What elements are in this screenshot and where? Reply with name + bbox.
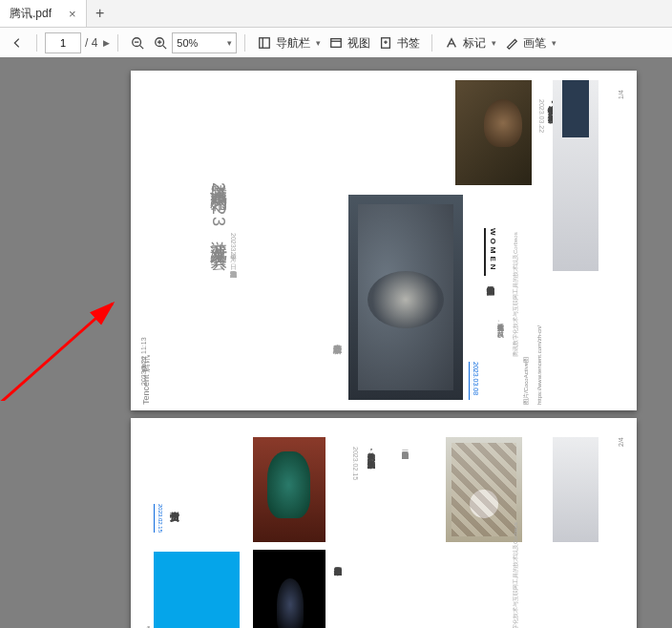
tag-title: 贵州女孩 — [167, 504, 180, 542]
mark-label: 标记 — [463, 35, 486, 52]
caption-2-sub: 主要体现在政策支持、科技以及 — [495, 319, 505, 400]
close-tab-icon[interactable]: × — [69, 7, 76, 21]
chevron-down-icon: ▾ — [552, 38, 556, 48]
pdf-page-1: Tencent 腾讯 2023/3/22 11:13 腾讯游戏亮相2023游戏开… — [131, 71, 637, 410]
bookmark-button[interactable]: 书签 — [374, 33, 424, 53]
pen-label: 画笔 — [523, 35, 546, 52]
chevron-left-icon — [10, 35, 25, 51]
caption-3: 腾讯的未来，腾讯数码娱乐以及文创 — [364, 447, 375, 552]
corner-note: 腾讯数字化技术与互联网工具的技术以及Corbeos — [512, 232, 520, 357]
corner-note-2: 腾讯数字化技术与互联网工具的技术以及Corbeos — [512, 522, 520, 628]
view-button[interactable]: 视图 — [325, 33, 374, 53]
zoom-out-icon — [130, 35, 145, 51]
caption-2: 腾讯女性领袖应邀科技她力量 — [484, 281, 494, 400]
tab-bar: 腾讯.pdf × + — [0, 0, 672, 28]
caption-3-sub: 广州市越秀区腾讯不同类型文件自动部署之一对于产品打造文件 — [381, 447, 410, 556]
nav-label: 导航栏 — [276, 35, 310, 52]
women-tag: WOMEN — [484, 228, 497, 276]
zoom-value: 50% — [177, 37, 198, 49]
document-viewport[interactable]: Tencent 腾讯 2023/3/22 11:13 腾讯游戏亮相2023游戏开… — [0, 57, 672, 628]
image-group — [446, 437, 522, 542]
bookmark-label: 书签 — [397, 35, 420, 52]
highlighter-icon — [444, 35, 459, 51]
chevron-down-icon: ▾ — [316, 38, 321, 48]
pen-icon — [504, 35, 519, 51]
sidebar-icon — [257, 35, 272, 51]
hero-title: 腾讯游戏亮相2023游戏开发者大会 — [207, 171, 230, 390]
footer-url: https://www.tencent.com/zh-cn/ — [536, 325, 542, 405]
mark-button[interactable]: 标记 ▾ — [440, 33, 500, 53]
caption-4: 腾讯大七七七系列的格局发布 — [331, 561, 342, 628]
svg-line-4 — [163, 46, 167, 50]
zoom-out-button[interactable] — [126, 33, 149, 52]
footer-credit: 图片/CocoActive图 — [522, 357, 531, 405]
chevron-right-small-icon[interactable]: ▶ — [103, 38, 110, 48]
svg-rect-9 — [331, 39, 342, 48]
chevron-down-icon: ▾ — [492, 38, 496, 48]
zoom-select[interactable]: 50% ▾ — [172, 32, 237, 53]
zoom-in-button[interactable] — [149, 33, 172, 52]
image-people — [348, 195, 463, 400]
section-label: 最新动态 — [331, 338, 344, 395]
zoom-in-icon — [153, 35, 168, 51]
pdf-page-2: Tencent 腾讯 2023.02.15 贵州女孩 腾讯大七七七系列的格局发布… — [131, 418, 637, 628]
cap3-date: 2023.02.15 — [352, 447, 359, 480]
separator — [117, 34, 118, 52]
bookmark-icon — [378, 35, 393, 51]
image-tall — [553, 80, 598, 271]
cap1-date: 2023.03.22 — [538, 99, 545, 133]
cap2-date: 2023.03.08 — [472, 362, 479, 395]
separator — [36, 34, 37, 52]
page-date: 2023/3/22 11:13 — [140, 337, 147, 386]
hero-subtitle: 2023年3月23日，将在腾讯游戏亮相为期 — [228, 233, 238, 395]
separator — [244, 34, 245, 52]
active-tab[interactable]: 腾讯.pdf × — [0, 0, 87, 27]
prev-page-button[interactable] — [6, 33, 29, 52]
rule — [154, 504, 155, 533]
image-animal — [455, 80, 532, 185]
blue-box — [154, 552, 240, 628]
nav-panel-button[interactable]: 导航栏 ▾ — [253, 33, 325, 53]
svg-rect-7 — [260, 38, 270, 49]
chevron-down-icon: ▾ — [227, 38, 232, 48]
tab-title: 腾讯.pdf — [10, 6, 52, 22]
page-num: 1/4 — [618, 90, 624, 99]
view-icon — [328, 35, 344, 51]
image-tall-2 — [553, 437, 598, 542]
svg-line-1 — [140, 46, 144, 50]
new-tab-button[interactable]: + — [87, 0, 114, 27]
page-num-2: 2/4 — [618, 437, 624, 447]
view-label: 视图 — [347, 35, 370, 52]
image-statue — [253, 437, 326, 542]
toolbar: / 4 ▶ 50% ▾ 导航栏 ▾ 视图 书签 标记 ▾ 画笔 ▾ — [0, 28, 672, 59]
page-number-input[interactable] — [45, 32, 81, 53]
separator — [431, 34, 432, 52]
pen-button[interactable]: 画笔 ▾ — [500, 33, 560, 53]
rule — [469, 362, 470, 400]
image-dancer — [253, 550, 326, 628]
tag-date: 2023.02.15 — [158, 504, 163, 533]
page-total-label: / 4 — [85, 36, 97, 50]
